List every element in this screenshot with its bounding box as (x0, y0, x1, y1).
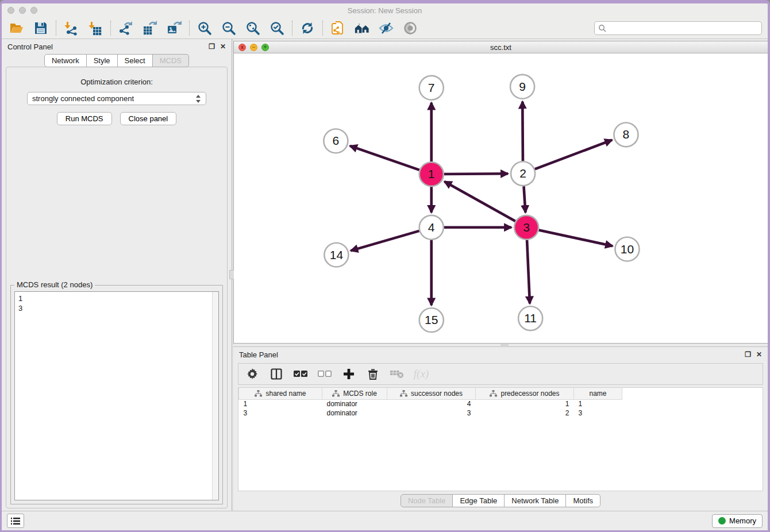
edge-2-9[interactable] (522, 102, 523, 161)
node-label-8: 8 (623, 128, 630, 141)
edge-4-14[interactable] (351, 231, 419, 250)
refresh-layout-icon[interactable] (299, 20, 315, 36)
memory-label: Memory (729, 516, 756, 525)
column-header-filler (622, 388, 763, 399)
memory-button[interactable]: Memory (712, 514, 763, 528)
save-session-icon[interactable] (33, 20, 49, 36)
tab-select[interactable]: Select (118, 54, 153, 67)
network-maximize-icon[interactable]: + (261, 44, 269, 51)
select-all-columns-icon[interactable] (294, 367, 307, 381)
column-header-name[interactable]: name (574, 388, 622, 399)
node-label-10: 10 (621, 242, 634, 256)
main-toolbar (2, 17, 768, 39)
column-header-successor-nodes[interactable]: successor nodes (387, 388, 476, 399)
network-window-titlebar: scc.txt x − + (234, 41, 768, 53)
cell-successor-nodes[interactable]: 3 (387, 408, 476, 418)
control-panel-tabs: NetworkStyleSelectMCDS (2, 54, 232, 67)
splitter-grip[interactable] (500, 344, 509, 346)
cell-name[interactable]: 3 (574, 408, 622, 418)
horizontal-splitter[interactable] (233, 344, 768, 346)
search-input[interactable] (609, 24, 758, 32)
edge-3-10[interactable] (539, 230, 613, 246)
search-box[interactable] (594, 21, 762, 35)
cell-MCDS-role[interactable]: dominator (322, 399, 387, 408)
first-neighbors-icon[interactable] (354, 20, 370, 36)
tab-node-table[interactable]: Node Table (401, 494, 453, 507)
node-label-7: 7 (428, 81, 435, 94)
edge-3-1[interactable] (444, 182, 515, 221)
export-table-icon[interactable] (142, 20, 158, 36)
network-window-title: scc.txt (234, 43, 768, 52)
edge-2-3[interactable] (523, 186, 525, 213)
hide-selected-icon[interactable] (378, 20, 394, 36)
clone-network-icon[interactable] (330, 20, 346, 36)
column-header-shared-name[interactable]: shared name (239, 388, 322, 399)
cell-name[interactable]: 1 (574, 399, 622, 408)
close-panel-icon[interactable]: ✕ (220, 43, 226, 50)
cell-successor-nodes[interactable]: 4 (387, 399, 476, 408)
table-settings-gear-icon[interactable] (245, 367, 259, 381)
network-close-icon[interactable]: x (238, 44, 246, 51)
tab-mcds[interactable]: MCDS (153, 54, 189, 67)
node-label-11: 11 (524, 311, 537, 325)
table-row[interactable]: 3dominator323 (239, 408, 763, 418)
network-canvas[interactable]: 7968124314101511 (234, 53, 768, 343)
zoom-fit-icon[interactable] (245, 20, 261, 36)
close-table-panel-icon[interactable]: ✕ (756, 351, 762, 358)
float-panel-icon[interactable]: ❐ (209, 43, 215, 50)
delete-column-trash-icon[interactable] (366, 367, 380, 381)
tab-motifs[interactable]: Motifs (566, 494, 600, 507)
deselect-all-columns-icon[interactable] (318, 367, 332, 381)
status-bar: Memory (2, 511, 768, 530)
node-label-6: 6 (333, 134, 340, 147)
tab-network[interactable]: Network (44, 54, 87, 67)
edge-2-8[interactable] (535, 140, 612, 169)
split-panel-icon[interactable] (270, 367, 283, 381)
zoom-selected-icon[interactable] (269, 20, 285, 36)
cell-shared-name[interactable]: 3 (239, 408, 322, 418)
mcds-result-text[interactable]: 1 3 (14, 291, 219, 500)
tab-network-table[interactable]: Network Table (505, 494, 566, 507)
edge-1-2[interactable] (444, 174, 508, 174)
optimization-criterion-value: strongly connected component (32, 94, 195, 103)
zoom-out-icon[interactable] (221, 20, 237, 36)
mcds-scrollbar[interactable] (212, 292, 218, 500)
export-network-icon[interactable] (118, 20, 134, 36)
import-network-icon[interactable] (63, 20, 79, 36)
zoom-in-icon[interactable] (197, 20, 213, 36)
edge-1-6[interactable] (350, 146, 419, 170)
task-history-button[interactable] (7, 514, 24, 528)
list-icon (11, 517, 20, 525)
node-label-2: 2 (519, 167, 526, 180)
optimization-criterion-select[interactable]: strongly connected component (27, 92, 206, 105)
open-session-icon[interactable] (9, 20, 25, 36)
tab-style[interactable]: Style (87, 54, 118, 67)
cell-MCDS-role[interactable]: dominator (322, 408, 387, 418)
tab-edge-table[interactable]: Edge Table (453, 494, 505, 507)
cell-predecessor-nodes[interactable]: 1 (476, 399, 574, 408)
run-mcds-button[interactable]: Run MCDS (57, 112, 112, 125)
cell-shared-name[interactable]: 1 (239, 399, 322, 408)
close-panel-button[interactable]: Close panel (120, 112, 177, 125)
column-header-MCDS-role[interactable]: MCDS role (322, 388, 387, 399)
float-table-panel-icon[interactable]: ❐ (745, 351, 751, 358)
node-table: shared nameMCDS rolesuccessor nodesprede… (238, 387, 763, 491)
node-label-3: 3 (523, 221, 530, 234)
cell-predecessor-nodes[interactable]: 2 (476, 408, 574, 418)
vertical-splitter[interactable] (232, 39, 233, 511)
mcds-tab-content: Optimization criterion: strongly connect… (6, 67, 228, 508)
table-toolbar: f(x) (238, 363, 763, 385)
network-graph[interactable]: 7968124314101511 (234, 53, 768, 343)
show-all-icon[interactable] (402, 20, 418, 36)
network-minimize-icon[interactable]: − (250, 44, 257, 51)
import-table-icon[interactable] (87, 20, 103, 36)
table-panel-title: Table Panel (239, 350, 278, 359)
window-titlebar: Session: New Session (2, 3, 768, 17)
table-row[interactable]: 1dominator411 (239, 399, 763, 408)
edge-3-11[interactable] (527, 240, 530, 304)
create-column-icon[interactable] (342, 367, 356, 381)
export-image-icon[interactable] (166, 20, 182, 36)
column-header-predecessor-nodes[interactable]: predecessor nodes (476, 388, 574, 399)
control-panel: Control Panel ❐ ✕ NetworkStyleSelectMCDS… (2, 39, 232, 511)
memory-status-icon (718, 517, 726, 525)
